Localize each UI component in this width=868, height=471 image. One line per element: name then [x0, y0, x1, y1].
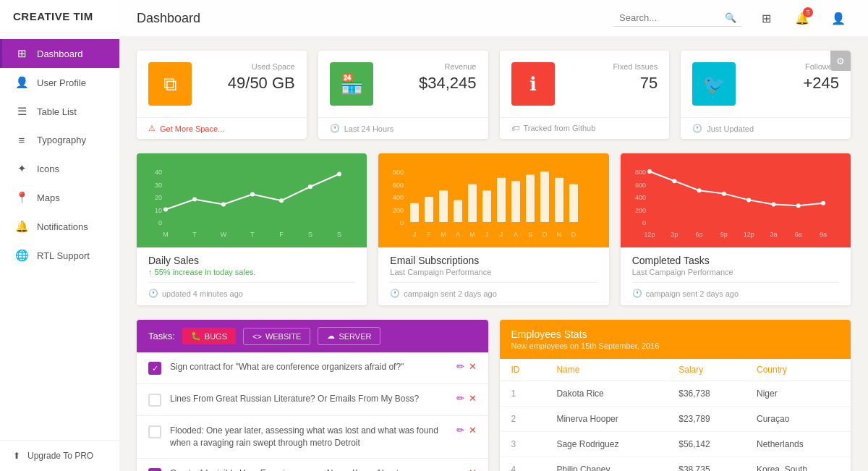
cell-salary: $56,142: [667, 432, 745, 457]
svg-text:F: F: [279, 231, 284, 238]
sidebar-item-notifications[interactable]: 🔔Notifications: [0, 212, 119, 241]
task-item: ✓ Sign contract for "What are conference…: [137, 352, 488, 384]
employees-table: IDNameSalaryCountry 1Dakota Rice$36,738N…: [500, 359, 851, 471]
svg-rect-0: [144, 161, 346, 240]
stat-card-body: ⧉ Used Space 49/50 GB: [137, 51, 307, 117]
server-icon: ☁: [327, 331, 335, 341]
svg-text:9p: 9p: [720, 231, 728, 238]
column-header-country: Country: [745, 359, 851, 381]
task-item: Flooded: One year later, assessing what …: [137, 416, 488, 459]
user-profile-icon: 👤: [15, 76, 28, 89]
svg-text:600: 600: [393, 182, 404, 189]
svg-text:S: S: [308, 231, 312, 238]
svg-text:S: S: [528, 231, 532, 238]
upgrade-button[interactable]: ⬆ Upgrade To PRO: [0, 440, 119, 471]
svg-text:J: J: [500, 231, 503, 238]
cell-country: Korea, South: [745, 457, 851, 472]
sidebar-item-rtl-support[interactable]: 🌐RTL Support: [0, 241, 119, 270]
bottom-row: Tasks: 🐛 BUGS <> WEBSITE ☁ SERVER ✓: [137, 320, 851, 471]
chart-card-daily-sales: 403020100 MTWTFSS Daily Sales ↑ 55% incr…: [137, 153, 367, 305]
edit-icon[interactable]: ✏: [456, 393, 464, 404]
svg-text:12p: 12p: [644, 231, 655, 238]
footer-icon: 🏷: [511, 124, 519, 132]
maps-icon: 📍: [15, 191, 28, 204]
task-text: Create 4 Invisible User Experiences you …: [170, 467, 448, 471]
edit-icon[interactable]: ✏: [456, 425, 464, 436]
svg-rect-42: [468, 184, 477, 223]
stat-info: Fixed Issues 75: [563, 62, 658, 93]
stat-icon: 🐦: [692, 62, 736, 106]
svg-rect-41: [454, 200, 462, 222]
search-input[interactable]: [619, 12, 720, 23]
delete-icon[interactable]: ✕: [469, 361, 477, 372]
employees-subtitle: New employees on 15th September, 2016: [511, 341, 840, 350]
svg-point-71: [821, 201, 825, 205]
svg-point-69: [771, 203, 775, 207]
svg-rect-43: [482, 190, 491, 222]
clock-icon: 🕐: [632, 289, 642, 298]
tab-website[interactable]: <> WEBSITE: [243, 328, 310, 345]
column-header-name: Name: [545, 359, 667, 381]
task-checkbox[interactable]: [148, 425, 161, 438]
user-icon[interactable]: 👤: [826, 6, 851, 30]
edit-icon[interactable]: ✏: [456, 361, 464, 372]
cell-name: Philip Chaney: [545, 457, 667, 472]
sidebar-item-label: Maps: [37, 192, 60, 203]
svg-rect-50: [628, 161, 830, 240]
sidebar-item-typography[interactable]: ≡Typography: [0, 126, 119, 154]
svg-rect-49: [569, 184, 578, 223]
tab-server[interactable]: ☁ SERVER: [318, 327, 380, 345]
sidebar-item-user-profile[interactable]: 👤User Profile: [0, 68, 119, 97]
website-icon: <>: [252, 332, 262, 341]
edit-icon[interactable]: ✏: [456, 467, 464, 471]
svg-rect-40: [439, 190, 448, 222]
chart-subtitle: Last Campaign Performance: [390, 268, 597, 276]
column-header-id: ID: [500, 359, 545, 381]
footer-icon: 🕐: [330, 124, 340, 133]
stat-value: +245: [744, 74, 839, 93]
svg-text:400: 400: [635, 194, 646, 201]
sidebar-item-icons[interactable]: ✦Icons: [0, 154, 119, 183]
search-icon[interactable]: 🔍: [725, 12, 736, 23]
task-checkbox[interactable]: ✓: [148, 468, 161, 471]
employees-card: Employees Stats New employees on 15th Se…: [500, 320, 851, 471]
task-checkbox[interactable]: ✓: [148, 362, 161, 375]
footer-text: Last 24 Hours: [344, 124, 393, 133]
sidebar-item-maps[interactable]: 📍Maps: [0, 183, 119, 212]
svg-point-15: [221, 203, 226, 207]
delete-icon[interactable]: ✕: [469, 425, 477, 436]
line-chart-svg: 8006004002000 12p3p6p9p12p3a6a9a: [628, 161, 830, 240]
footer-link[interactable]: Get More Space...: [160, 124, 224, 133]
settings-icon[interactable]: ⚙: [830, 51, 851, 71]
task-text: Sign contract for "What are conference o…: [170, 361, 448, 373]
delete-icon[interactable]: ✕: [469, 393, 477, 404]
svg-text:3p: 3p: [671, 231, 678, 238]
svg-point-64: [647, 169, 652, 174]
sidebar-item-dashboard[interactable]: ⊞Dashboard: [0, 39, 119, 68]
chart-updated: 🕐 campaign sent 2 days ago: [390, 282, 597, 298]
delete-icon[interactable]: ✕: [469, 467, 477, 471]
clock-icon: 🕐: [390, 289, 400, 298]
subtitle-text: ↑ 55% increase in today sales.: [148, 268, 256, 276]
sidebar-item-label: Table List: [37, 106, 77, 117]
chart-updated: 🕐 updated 4 minutes ago: [148, 282, 355, 298]
chart-footer: Completed Tasks Last Campaign Performanc…: [621, 247, 851, 305]
svg-point-65: [672, 179, 676, 183]
page-title: Dashboard: [137, 11, 602, 26]
task-checkbox[interactable]: [148, 394, 161, 407]
task-actions: ✏ ✕: [456, 393, 477, 404]
stat-footer: ⚠Get More Space...: [137, 117, 307, 139]
grid-icon[interactable]: ⊞: [754, 6, 778, 30]
sidebar-item-table-list[interactable]: ☰Table List: [0, 97, 119, 126]
stat-footer: 🕐Last 24 Hours: [318, 117, 488, 139]
stat-value: 49/50 GB: [200, 74, 295, 93]
sidebar-logo: CREATIVE TIM: [0, 0, 119, 33]
dashboard-icon: ⊞: [15, 47, 28, 60]
notifications-icon: 🔔: [15, 220, 28, 233]
bugs-icon: 🐛: [191, 331, 201, 341]
notifications-icon[interactable]: 🔔 5: [790, 6, 814, 30]
content-area: ⧉ Used Space 49/50 GB ⚠Get More Space...…: [119, 36, 868, 471]
svg-text:A: A: [514, 231, 518, 238]
sidebar-nav: ⊞Dashboard👤User Profile☰Table List≡Typog…: [0, 33, 119, 440]
tab-bugs[interactable]: 🐛 BUGS: [182, 328, 236, 344]
